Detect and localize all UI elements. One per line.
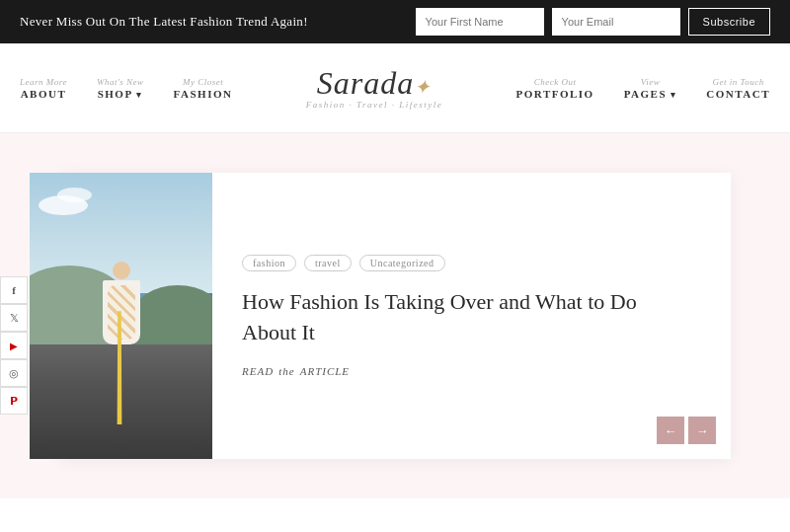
features-section: Main Features Discover all the amazing f… (0, 498, 790, 532)
nav-right: Check Out PORTFOLIO View PAGES Get in To… (516, 77, 770, 100)
nav-shop-main: SHOP (98, 88, 143, 100)
nav-fashion[interactable]: My Closet FASHION (174, 77, 233, 100)
hero-title: How Fashion Is Taking Over and What to D… (242, 287, 691, 348)
first-name-input[interactable] (416, 8, 544, 36)
instagram-button[interactable]: ◎ (0, 359, 28, 387)
hero-content: fashion travel Uncategorized How Fashion… (212, 225, 731, 408)
person-figure (102, 262, 141, 350)
tag-uncategorized[interactable]: Uncategorized (359, 255, 445, 271)
tag-fashion[interactable]: fashion (242, 255, 296, 271)
top-bar-message: Never Miss Out On The Latest Fashion Tre… (20, 14, 308, 30)
tag-travel[interactable]: travel (304, 255, 352, 271)
facebook-button[interactable]: f (0, 276, 28, 304)
top-bar-form: Subscribe (416, 8, 770, 36)
hero-image-bg (30, 173, 212, 459)
carousel-arrows: ← → (657, 417, 716, 444)
read-article-link[interactable]: READ the ARTICLE (242, 365, 691, 377)
pinterest-button[interactable]: 𝗣 (0, 387, 28, 415)
nav-contact[interactable]: Get in Touch CONTACT (706, 77, 770, 100)
youtube-button[interactable]: ▶ (0, 332, 28, 359)
features-title: Main Features (59, 528, 731, 532)
nav-pages[interactable]: View PAGES (624, 77, 677, 100)
nav-about-small: Learn More (20, 77, 67, 87)
nav-fashion-main: FASHION (174, 88, 233, 100)
navigation: Learn More ABOUT What's New SHOP My Clos… (0, 43, 790, 133)
nav-pages-main: PAGES (624, 88, 677, 100)
prev-arrow[interactable]: ← (657, 417, 684, 444)
social-sidebar: f 𝕏 ▶ ◎ 𝗣 (0, 276, 28, 415)
subscribe-button[interactable]: Subscribe (688, 8, 770, 36)
tag-list: fashion travel Uncategorized (242, 255, 691, 271)
hero-section: fashion travel Uncategorized How Fashion… (0, 133, 790, 498)
cloud2 (57, 188, 92, 202)
mountain2 (133, 285, 212, 344)
person-body (103, 280, 140, 344)
nav-pages-small: View (641, 77, 660, 87)
nav-portfolio[interactable]: Check Out PORTFOLIO (516, 77, 594, 100)
hero-image (30, 173, 212, 459)
nav-about[interactable]: Learn More ABOUT (20, 77, 67, 100)
person-head (113, 262, 130, 279)
brand-name: Sarada✦ (306, 67, 443, 99)
nav-contact-main: CONTACT (706, 88, 770, 100)
top-bar: Never Miss Out On The Latest Fashion Tre… (0, 0, 790, 43)
nav-about-main: ABOUT (21, 88, 67, 100)
twitter-button[interactable]: 𝕏 (0, 304, 28, 332)
nav-portfolio-main: PORTFOLIO (516, 88, 594, 100)
email-input[interactable] (552, 8, 680, 36)
brand-tagline: Fashion · Travel · Lifestyle (306, 101, 443, 110)
nav-fashion-small: My Closet (183, 77, 223, 87)
brand-logo[interactable]: Sarada✦ Fashion · Travel · Lifestyle (306, 67, 443, 110)
nav-contact-small: Get in Touch (713, 77, 764, 87)
hero-card: fashion travel Uncategorized How Fashion… (59, 173, 731, 459)
next-arrow[interactable]: → (688, 417, 716, 444)
nav-left: Learn More ABOUT What's New SHOP My Clos… (20, 77, 232, 100)
nav-shop-small: What's New (97, 77, 144, 87)
nav-shop[interactable]: What's New SHOP (97, 77, 144, 100)
nav-portfolio-small: Check Out (534, 77, 577, 87)
